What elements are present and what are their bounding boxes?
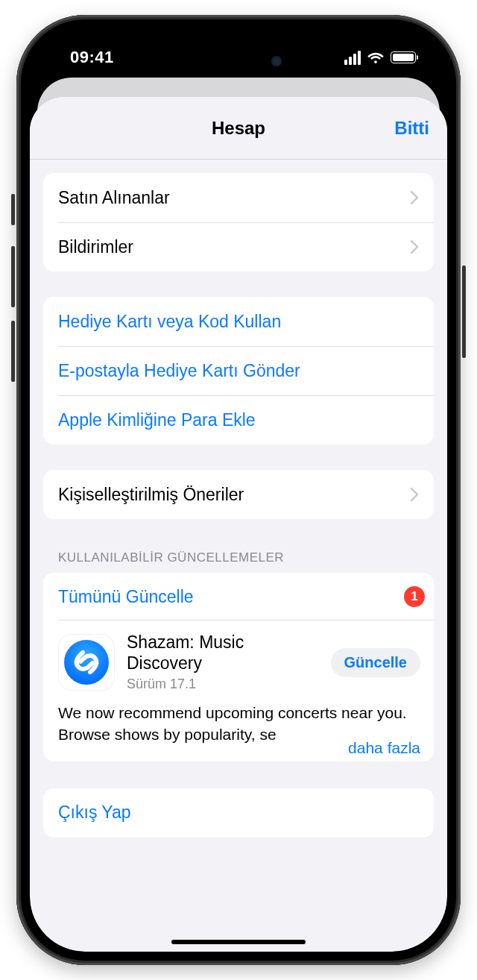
row-label: E-postayla Hediye Kartı Gönder (58, 361, 300, 381)
updates-group: Tümünü Güncelle 1 (43, 573, 434, 761)
chevron-right-icon (410, 487, 419, 502)
wifi-icon (367, 51, 385, 64)
nav-group-signout: Çıkış Yap (43, 788, 434, 838)
navbar: Hesap Bitti (30, 97, 447, 160)
nav-group-account: Satın Alınanlar Bildirimler (43, 173, 434, 271)
updates-header: KULLANILABİLİR GÜNCELLEMELER (43, 546, 434, 573)
app-name: Shazam: Music Discovery (127, 632, 319, 673)
chevron-right-icon (410, 190, 419, 205)
more-link[interactable]: daha fazla (323, 739, 420, 757)
row-label: Satın Alınanlar (58, 188, 170, 208)
update-all-label: Tümünü Güncelle (58, 587, 194, 607)
cellular-icon (344, 51, 361, 65)
home-indicator[interactable] (171, 940, 306, 944)
shazam-app-icon (58, 634, 115, 691)
app-update-row[interactable]: Shazam: Music Discovery Sürüm 17.1 Günce… (43, 621, 434, 761)
row-redeem[interactable]: Hediye Kartı veya Kod Kullan (43, 297, 434, 346)
update-all-row[interactable]: Tümünü Güncelle 1 (43, 573, 434, 621)
status-time: 09:41 (57, 48, 114, 67)
row-label: Bildirimler (58, 237, 133, 257)
row-send-gift[interactable]: E-postayla Hediye Kartı Gönder (43, 346, 434, 395)
side-button[interactable] (462, 266, 466, 358)
row-purchased[interactable]: Satın Alınanlar (43, 173, 434, 222)
update-count-badge: 1 (404, 586, 425, 607)
chevron-right-icon (410, 239, 419, 254)
volume-down-button[interactable] (11, 321, 15, 382)
account-sheet: Hesap Bitti Satın Alınanlar (30, 97, 447, 952)
row-label: Kişiselleştirilmiş Öneriler (58, 485, 244, 505)
done-button[interactable]: Bitti (394, 118, 429, 139)
row-add-funds[interactable]: Apple Kimliğine Para Ekle (43, 395, 434, 445)
battery-icon (391, 51, 416, 63)
volume-up-button[interactable] (11, 246, 15, 307)
row-label: Apple Kimliğine Para Ekle (58, 410, 256, 430)
page-title: Hesap (212, 118, 265, 139)
update-button[interactable]: Güncelle (331, 648, 420, 677)
row-notifications[interactable]: Bildirimler (43, 222, 434, 271)
phone-frame: 09:41 Hesap Bitti (16, 15, 461, 965)
nav-group-gift: Hediye Kartı veya Kod Kullan E-postayla … (43, 297, 434, 445)
dynamic-island (177, 45, 300, 78)
row-label: Çıkış Yap (58, 802, 131, 823)
svg-point-0 (64, 640, 109, 685)
nav-group-recs: Kişiselleştirilmiş Öneriler (43, 470, 434, 519)
app-version: Sürüm 17.1 (127, 676, 319, 692)
row-signout[interactable]: Çıkış Yap (43, 788, 434, 838)
row-label: Hediye Kartı veya Kod Kullan (58, 312, 281, 332)
mute-switch[interactable] (11, 194, 15, 225)
row-personalized[interactable]: Kişiselleştirilmiş Öneriler (43, 470, 434, 519)
